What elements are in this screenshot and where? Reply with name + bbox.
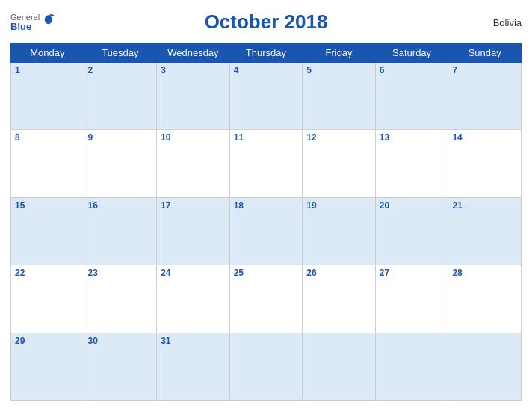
day-number: 9 <box>88 132 93 143</box>
calendar-day-cell: 23 <box>84 265 157 333</box>
day-number: 2 <box>88 65 93 75</box>
calendar-day-cell: 7 <box>448 63 522 130</box>
calendar-day-cell <box>448 333 522 400</box>
calendar-day-cell: 31 <box>157 333 230 400</box>
calendar-day-cell: 8 <box>11 130 84 197</box>
calendar-day-cell: 19 <box>303 197 376 265</box>
day-number: 26 <box>306 268 316 278</box>
day-number: 11 <box>234 132 244 143</box>
weekday-header-tuesday: Tuesday <box>84 43 157 63</box>
calendar-day-cell: 12 <box>303 130 376 197</box>
calendar-day-cell: 29 <box>11 333 84 400</box>
calendar-week-row: 891011121314 <box>11 130 522 197</box>
calendar-day-cell: 10 <box>157 130 230 197</box>
calendar-week-row: 22232425262728 <box>11 265 522 333</box>
day-number: 28 <box>452 268 462 278</box>
day-number: 18 <box>234 200 244 211</box>
calendar-week-row: 15161718192021 <box>11 197 522 265</box>
calendar-day-cell: 3 <box>157 63 230 130</box>
day-number: 14 <box>452 132 462 143</box>
day-number: 6 <box>380 65 385 75</box>
calendar-day-cell <box>229 333 303 400</box>
day-number: 8 <box>15 132 20 143</box>
calendar-day-cell: 25 <box>229 265 303 333</box>
logo: General Blue <box>10 13 58 31</box>
logo-bird-icon <box>41 13 58 29</box>
calendar-day-cell: 1 <box>11 63 84 130</box>
calendar-day-cell: 30 <box>84 333 157 400</box>
day-number: 17 <box>161 200 170 211</box>
calendar-day-cell: 17 <box>157 197 230 265</box>
weekday-header-monday: Monday <box>11 43 84 63</box>
calendar-day-cell: 24 <box>157 265 230 333</box>
day-number: 20 <box>380 200 389 211</box>
weekday-header-row: MondayTuesdayWednesdayThursdayFridaySatu… <box>11 43 522 63</box>
day-number: 27 <box>380 268 389 278</box>
calendar-day-cell: 26 <box>303 265 376 333</box>
calendar-table: MondayTuesdayWednesdayThursdayFridaySatu… <box>10 43 522 401</box>
day-number: 13 <box>380 132 389 143</box>
day-number: 30 <box>88 336 98 346</box>
calendar-week-row: 1234567 <box>11 63 522 130</box>
day-number: 29 <box>15 336 25 346</box>
calendar-day-cell: 28 <box>448 265 522 333</box>
calendar-day-cell: 13 <box>375 130 448 197</box>
day-number: 22 <box>15 268 25 278</box>
calendar-day-cell: 16 <box>84 197 157 265</box>
day-number: 24 <box>161 268 170 278</box>
day-number: 4 <box>234 65 239 75</box>
weekday-header-saturday: Saturday <box>375 43 448 63</box>
calendar-day-cell: 27 <box>375 265 448 333</box>
weekday-header-friday: Friday <box>303 43 376 63</box>
calendar-day-cell: 2 <box>84 63 157 130</box>
calendar-day-cell: 9 <box>84 130 157 197</box>
day-number: 19 <box>306 200 316 211</box>
country-label: Bolivia <box>493 16 522 28</box>
calendar-day-cell: 11 <box>229 130 303 197</box>
calendar-container: General Blue October 2018 Bolivia Monday… <box>0 0 532 411</box>
day-number: 10 <box>161 132 170 143</box>
day-number: 25 <box>234 268 244 278</box>
calendar-day-cell: 15 <box>11 197 84 265</box>
calendar-header: General Blue October 2018 Bolivia <box>10 7 522 37</box>
day-number: 31 <box>161 336 170 346</box>
calendar-day-cell: 4 <box>229 63 303 130</box>
day-number: 16 <box>88 200 98 211</box>
day-number: 1 <box>15 65 20 75</box>
weekday-header-sunday: Sunday <box>448 43 522 63</box>
calendar-day-cell: 21 <box>448 197 522 265</box>
calendar-week-row: 293031 <box>11 333 522 400</box>
calendar-day-cell: 22 <box>11 265 84 333</box>
calendar-day-cell <box>375 333 448 400</box>
day-number: 12 <box>306 132 316 143</box>
logo-blue: Blue <box>10 22 40 31</box>
calendar-day-cell <box>303 333 376 400</box>
month-title: October 2018 <box>205 10 328 34</box>
day-number: 7 <box>452 65 457 75</box>
day-number: 15 <box>15 200 25 211</box>
weekday-header-thursday: Thursday <box>229 43 303 63</box>
weekday-header-wednesday: Wednesday <box>157 43 230 63</box>
calendar-day-cell: 5 <box>303 63 376 130</box>
calendar-day-cell: 18 <box>229 197 303 265</box>
day-number: 5 <box>306 65 312 75</box>
calendar-day-cell: 20 <box>375 197 448 265</box>
calendar-day-cell: 6 <box>375 63 448 130</box>
day-number: 3 <box>161 65 166 75</box>
day-number: 23 <box>88 268 98 278</box>
calendar-day-cell: 14 <box>448 130 522 197</box>
day-number: 21 <box>452 200 462 211</box>
